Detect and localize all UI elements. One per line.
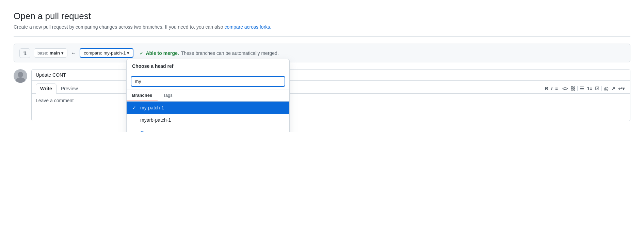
- history-button[interactable]: ↩▾: [617, 85, 626, 92]
- user-avatar: [14, 69, 27, 83]
- numbered-button[interactable]: 1≡: [585, 85, 594, 92]
- selected-check-icon: ✓: [132, 105, 138, 110]
- base-label: base:: [37, 50, 48, 56]
- toolbar-sep-3: [601, 86, 602, 91]
- write-tab[interactable]: Write: [36, 83, 57, 94]
- merge-status-text: These branches can be automatically merg…: [181, 50, 279, 56]
- merge-check-icon: ✓: [140, 50, 144, 56]
- branch-item-my-history[interactable]: ✓ ⟳ my: [127, 126, 289, 132]
- divider: [14, 36, 630, 37]
- base-branch-select[interactable]: base: main ▾: [34, 48, 67, 58]
- editor-body[interactable]: Leave a comment: [32, 94, 630, 121]
- toolbar-sep-1: [560, 86, 560, 91]
- pr-editor: Write Preview B I ≡ <> ⛓ ☰ 1≡ ☑ @ ↗ ↩▾ L…: [31, 69, 630, 121]
- code-button[interactable]: <>: [561, 85, 569, 92]
- branch-name-myarb-patch-1: myarb-patch-1: [140, 117, 171, 123]
- compare-forks-link[interactable]: compare across forks.: [224, 24, 271, 30]
- arrow-icon: ←: [71, 50, 76, 56]
- editor-tabs: Write Preview B I ≡ <> ⛓ ☰ 1≡ ☑ @ ↗ ↩▾: [32, 81, 630, 94]
- bullets-button[interactable]: ☰: [578, 85, 585, 92]
- branch-item-my-patch-1[interactable]: ✓ my-patch-1: [127, 102, 289, 114]
- svg-point-1: [18, 72, 23, 77]
- history-icon: ⟳: [140, 129, 145, 132]
- head-ref-dropdown: Choose a head ref Branches Tags ✓ my-pat…: [126, 59, 290, 132]
- branch-name-my-patch-1: my-patch-1: [140, 105, 164, 110]
- editor-placeholder: Leave a comment: [36, 98, 74, 103]
- compare-icon-btn[interactable]: ⇅: [19, 48, 30, 58]
- compare-branch-name: my-patch-1: [103, 50, 126, 56]
- tags-tab[interactable]: Tags: [158, 90, 178, 101]
- dropdown-search-area: [127, 73, 289, 90]
- pr-title-input[interactable]: [32, 70, 630, 81]
- branches-tab[interactable]: Branches: [127, 90, 158, 101]
- branch-item-myarb-patch-1[interactable]: ✓ myarb-patch-1: [127, 114, 289, 126]
- compare-icon: ⇅: [23, 50, 27, 56]
- base-branch-name: main: [50, 50, 60, 56]
- compare-chevron-icon: ▾: [127, 50, 129, 56]
- dropdown-tabs: Branches Tags: [127, 90, 289, 102]
- italic-button[interactable]: I: [550, 85, 554, 92]
- heading-button[interactable]: ≡: [554, 85, 559, 92]
- branch-list: ✓ my-patch-1 ✓ myarb-patch-1 ✓ ⟳ my: [127, 102, 289, 132]
- mention-button[interactable]: @: [602, 85, 610, 92]
- toolbar-sep-2: [577, 86, 578, 91]
- bold-button[interactable]: B: [544, 85, 550, 92]
- pr-form-area: Write Preview B I ≡ <> ⛓ ☰ 1≡ ☑ @ ↗ ↩▾ L…: [14, 69, 630, 121]
- merge-status-bold: Able to merge.: [146, 50, 179, 56]
- merge-status: ✓ Able to merge. These branches can be a…: [140, 50, 278, 56]
- reference-button[interactable]: ↗: [610, 85, 617, 92]
- branch-name-my: my: [147, 130, 154, 133]
- branch-bar: ⇅ base: main ▾ ← compare: my-patch-1 ▾ ✓…: [14, 44, 630, 62]
- link-button[interactable]: ⛓: [569, 85, 577, 92]
- dropdown-header: Choose a head ref: [127, 59, 289, 73]
- page-subtitle: Create a new pull request by comparing c…: [14, 24, 630, 30]
- branch-search-input[interactable]: [131, 76, 285, 87]
- base-chevron-icon: ▾: [61, 50, 64, 56]
- page-title: Open a pull request: [14, 11, 630, 21]
- preview-tab[interactable]: Preview: [57, 83, 82, 94]
- compare-label: compare:: [84, 50, 102, 56]
- task-button[interactable]: ☑: [594, 85, 601, 92]
- compare-branch-select[interactable]: compare: my-patch-1 ▾: [80, 48, 133, 58]
